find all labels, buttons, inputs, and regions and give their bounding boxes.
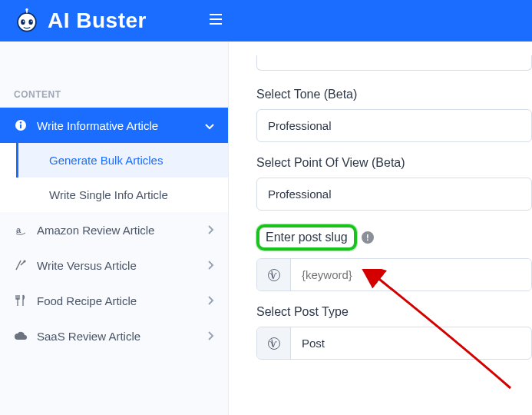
select-tone[interactable]: Professional	[256, 109, 532, 142]
input-post-slug[interactable]	[291, 259, 531, 290]
svg-point-5	[23, 21, 25, 22]
menu-toggle-button[interactable]	[205, 9, 226, 32]
sidebar-item-label: SaaS Review Article	[37, 330, 140, 343]
main-container: CONTENT Write Informative Article Genera…	[0, 42, 532, 415]
wordpress-icon	[257, 327, 291, 359]
cloud-icon	[14, 329, 28, 343]
label-post-type: Select Post Type	[256, 305, 532, 319]
partial-field-top	[256, 55, 532, 71]
submenu-label: Generate Bulk Articles	[49, 154, 163, 167]
sidebar: CONTENT Write Informative Article Genera…	[0, 42, 229, 415]
info-icon[interactable]: !	[362, 231, 374, 244]
submenu-label: Write Single Info Article	[49, 188, 168, 201]
select-post-type[interactable]: Post	[291, 327, 531, 359]
svg-text:a: a	[16, 225, 21, 234]
main-panel: Select Tone (Beta) Professional Select P…	[229, 42, 532, 415]
sidebar-item-label: Amazon Review Article	[37, 224, 154, 237]
highlight-annotation: Enter post slug	[256, 224, 357, 251]
robot-icon	[14, 8, 40, 34]
submenu-generate-bulk[interactable]: Generate Bulk Articles	[16, 143, 228, 178]
field-select-tone: Select Tone (Beta) Professional	[256, 88, 532, 142]
brand-name: AI Buster	[48, 8, 147, 33]
chevron-right-icon	[208, 224, 214, 237]
sidebar-section-label: CONTENT	[0, 78, 228, 108]
label-select-tone: Select Tone (Beta)	[256, 88, 532, 101]
sidebar-item-versus[interactable]: Write Versus Article	[0, 247, 228, 283]
brand-logo: AI Buster	[14, 8, 147, 34]
chevron-right-icon	[208, 330, 214, 343]
svg-point-11	[24, 261, 26, 263]
wordpress-icon	[257, 259, 291, 290]
svg-point-2	[25, 8, 28, 11]
svg-point-6	[31, 21, 32, 22]
submenu-write-single[interactable]: Write Single Info Article	[16, 178, 228, 212]
sidebar-item-write-informative[interactable]: Write Informative Article	[0, 108, 228, 143]
svg-point-12	[268, 269, 279, 281]
chevron-down-icon	[205, 119, 214, 132]
sidebar-item-label: Write Versus Article	[37, 259, 137, 272]
chevron-right-icon	[208, 259, 214, 272]
input-post-slug-group	[256, 258, 532, 291]
field-post-type: Select Post Type Post	[256, 305, 532, 360]
sidebar-item-food-recipe[interactable]: Food Recipe Article	[0, 283, 228, 318]
svg-point-3	[21, 19, 25, 25]
field-select-pov: Select Point Of View (Beta) Professional	[256, 156, 532, 211]
topbar: AI Buster	[0, 0, 532, 42]
field-post-slug: Enter post slug !	[256, 224, 532, 291]
label-select-pov: Select Point Of View (Beta)	[256, 156, 532, 170]
amazon-icon: a	[14, 223, 28, 237]
sidebar-item-saas-review[interactable]: SaaS Review Article	[0, 318, 228, 354]
svg-point-4	[28, 19, 32, 25]
select-post-type-group: Post	[256, 327, 532, 360]
svg-point-13	[268, 337, 279, 349]
sidebar-item-label: Food Recipe Article	[37, 294, 137, 307]
label-post-slug: Enter post slug	[266, 231, 348, 244]
sidebar-item-amazon-review[interactable]: a Amazon Review Article	[0, 212, 228, 247]
svg-rect-9	[20, 124, 21, 128]
sidebar-spacer	[0, 42, 228, 78]
utensils-icon	[14, 294, 28, 307]
info-circle-icon	[14, 118, 28, 132]
sidebar-item-label: Write Informative Article	[37, 119, 158, 132]
select-pov[interactable]: Professional	[256, 178, 532, 211]
sidebar-submenu: Generate Bulk Articles Write Single Info…	[0, 143, 228, 212]
chevron-right-icon	[208, 294, 214, 307]
svg-point-8	[20, 121, 21, 123]
versus-icon	[14, 258, 28, 272]
